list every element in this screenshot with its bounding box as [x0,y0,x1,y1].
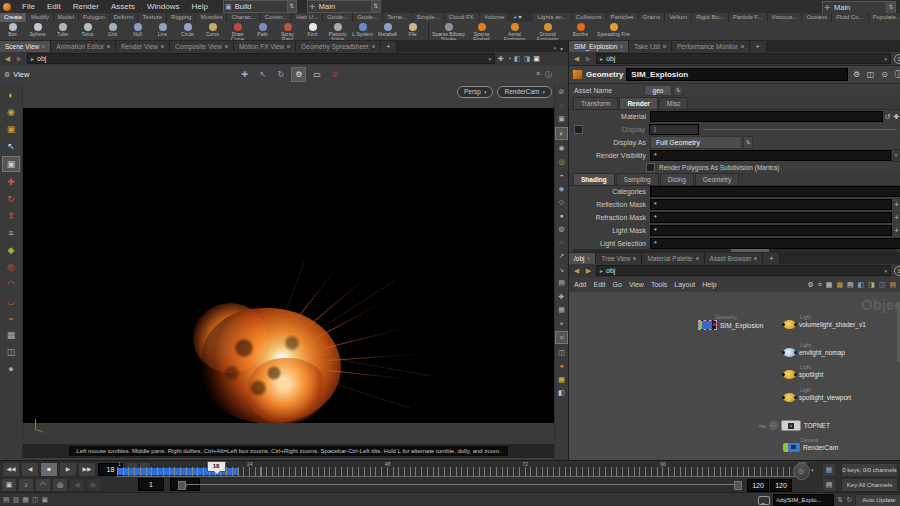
materials-panel-icon[interactable]: ◉ [4,105,18,119]
shelf-tab[interactable]: Polygon [79,13,110,22]
tool-sphere[interactable]: Sphere [25,22,50,40]
tab-menu-icon[interactable] [754,257,757,260]
forward-icon[interactable]: ▶ [15,55,24,63]
info-icon[interactable]: ⓘ [893,69,900,80]
add-shelf-tab-button[interactable]: + ▾ [509,13,526,22]
tool-bonfire[interactable]: Bonfire [564,22,597,40]
tab-menu-icon[interactable] [161,45,164,48]
shelf-tab[interactable]: Rigging [167,13,196,22]
snap-prim-icon[interactable]: ◠ [4,277,18,291]
character-pick-icon[interactable]: ◆ [4,243,18,257]
hide-objects-icon[interactable]: ⊘ [556,86,567,97]
network-canvas[interactable]: Objects Geometry SIM_Explosion Light vol… [569,292,900,460]
follow-playbar-icon[interactable]: ▣ [1,478,17,492]
network-menu-item[interactable]: Add [574,281,586,288]
tool-spreading-fire[interactable]: Spreading Fire [597,22,630,40]
shelf-tab[interactable]: Rigid Bo... [692,13,729,22]
snap-grid-icon[interactable]: ◎ [4,260,18,274]
back-icon[interactable]: ◀ [3,55,12,63]
main-desktop-select[interactable]: ✛ Main ⇅ [307,0,381,13]
secure-selection-icon[interactable]: ▣ [2,156,20,172]
network-menu-item[interactable]: Edit [593,281,605,288]
chevron-down-icon[interactable]: ▾ [891,149,900,162]
open-floating-picker-icon[interactable]: ✚ [892,113,900,121]
tool-aerial-explosion[interactable]: Aerial Explosion [498,22,531,40]
light-node-icon[interactable] [783,370,796,379]
shelf-tab[interactable]: Lights an... [533,13,571,22]
tab-menu-icon[interactable] [225,45,228,48]
shelf-tab[interactable]: Vellum [665,13,692,22]
shelf-tab[interactable]: Particles [607,13,639,22]
shelf-tab[interactable]: Grains [639,13,666,22]
spinner-icon[interactable]: ⇅ [743,136,753,149]
mask-picker-icon[interactable]: + [892,201,900,208]
light-node-icon[interactable] [783,393,796,402]
playback-range-slider[interactable] [180,484,740,485]
light-selection-field[interactable]: * [650,238,900,249]
group-list-icon[interactable]: ◫ [556,347,567,358]
geometry-node-icon[interactable] [698,320,717,330]
range-end-field[interactable]: 120 [747,479,769,492]
asset-name-select[interactable]: geo [644,85,672,96]
view-camera-select[interactable]: RenderCam▾ [497,86,552,98]
show-handles-icon[interactable]: ✚ [237,67,252,82]
rewind-button[interactable]: ◀◀ [2,462,20,477]
point-markers-icon[interactable]: ∴ [556,237,567,248]
tool-metaball[interactable]: Metaball [375,22,400,40]
add-pane-tab-button[interactable]: + [750,41,767,52]
node-spotlight-viewport[interactable]: Light spotlight_viewport [783,393,851,402]
select-tool-icon[interactable]: ↖ [4,139,18,153]
take-snapshot-icon[interactable]: ▣ [4,122,18,136]
range-end-handle[interactable] [734,481,742,490]
tool-curve[interactable]: Curve [200,22,225,40]
envlight-node-icon[interactable] [783,348,796,357]
shelf-tab[interactable]: Cloud FX. [445,13,481,22]
wireframe-icon[interactable]: ◇ [556,196,567,207]
display-options-icon[interactable]: ≡ [536,70,540,80]
shelf-tab[interactable]: Guide... [323,13,353,22]
displace-icon[interactable]: ◆ [556,183,567,194]
pose-tool-icon[interactable]: ≡ [4,226,18,240]
pane-tab[interactable]: /obj [569,253,596,264]
shelf-tab[interactable]: Fluid Co... [832,13,868,22]
shelf-tab[interactable]: Texture [138,13,167,22]
pane-tab[interactable]: Geometry Spreadsheet [296,41,380,52]
display-as-select[interactable]: Full Geometry [650,136,742,149]
help-icon[interactable]: ⓘ [545,70,552,80]
pane-tab[interactable]: SIM_Explosion [569,41,629,52]
display-screen-icon[interactable]: ◧ [556,387,567,398]
rotate-tool-icon[interactable]: ↻ [4,192,18,206]
vectors-icon[interactable]: ↘ [556,264,567,275]
disable-icon[interactable]: ⊘ [327,67,342,82]
pane-tab[interactable]: Animation Editor [51,41,116,52]
pane-tab[interactable]: Tree View [596,253,642,264]
network-menu-item[interactable]: Go [613,281,622,288]
white-frame-icon[interactable]: ▣ [533,55,540,63]
shaded-icon[interactable]: ● [556,210,567,221]
play-reverse-button[interactable]: ◀ [21,462,39,477]
menu-item[interactable]: File [17,0,40,13]
tool-path[interactable]: Path [250,22,275,40]
tool-spray-paint[interactable]: Spray Paint [275,22,300,40]
range-start-field[interactable]: 1 [138,478,164,491]
shelf-tab[interactable]: Terrai... [383,13,412,22]
network-menu-item[interactable]: Help [702,281,716,288]
shelf-tab[interactable]: Guide... [353,13,383,22]
node-topnet[interactable]: ms ··· TOPNET [759,420,830,431]
reflection-mask-field[interactable]: * [650,199,892,210]
node-envlight-nomap[interactable]: Light envlight_nomap [783,348,845,357]
match-parameters-icon[interactable]: ◫ [865,70,876,79]
pane-tab[interactable]: Render View [116,41,170,52]
tab-menu-icon[interactable] [42,45,45,48]
flipbook-icon[interactable]: ◨ [524,55,531,63]
lock-camera-icon[interactable]: ▣ [556,113,567,124]
spinner-icon[interactable]: ⇅ [837,496,843,504]
render-visibility-field[interactable]: * [650,150,891,161]
tab-menu-icon[interactable] [287,45,290,48]
timeline-ruler[interactable]: 124487296120 18 [117,461,800,478]
shelf-tab[interactable]: Constr... [261,13,292,22]
add-pane-tab-button[interactable]: + [381,41,398,52]
snapshot-icon[interactable]: ◧ [514,55,521,63]
spinner-icon[interactable]: ⇅ [673,85,683,96]
export-flag-icon[interactable]: ✚ [498,55,504,63]
